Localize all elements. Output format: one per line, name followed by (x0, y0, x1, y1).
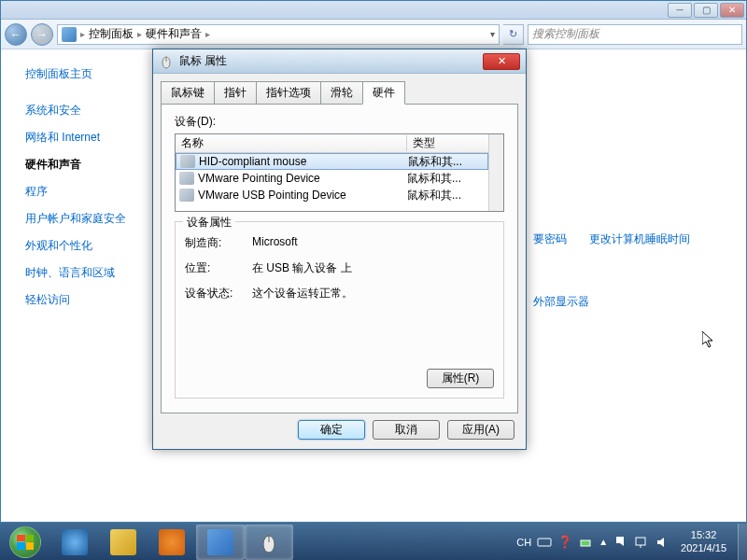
taskbar: CH ❓ ▲ 15:32 2021/4/15 (0, 523, 747, 560)
task-explorer[interactable] (99, 525, 148, 560)
props-group-title: 设备属性 (183, 215, 235, 231)
address-bar[interactable]: ▸ 控制面板 ▸ 硬件和声音 ▸ ▾ (57, 24, 500, 45)
mfr-value: Microsoft (252, 235, 298, 251)
sidebar-item-hardware[interactable]: 硬件和声音 (25, 151, 146, 178)
system-tray: CH ❓ ▲ 15:32 2021/4/15 (516, 529, 738, 553)
loc-value: 在 USB 输入设备 上 (252, 260, 352, 276)
breadcrumb-sep-icon: ▸ (205, 29, 210, 39)
device-list[interactable]: 名称 类型 HID-compliant mouse 鼠标和其... VMware… (175, 133, 504, 212)
device-icon (180, 155, 195, 168)
tab-hardware[interactable]: 硬件 (362, 81, 405, 105)
devices-label: 设备(D): (175, 114, 504, 130)
window-titlebar[interactable]: ─ ▢ ✕ (1, 1, 746, 20)
nav-forward-button[interactable]: → (31, 23, 53, 46)
task-control-panel[interactable] (196, 525, 245, 560)
tray-safely-remove-icon[interactable] (578, 535, 593, 550)
start-button[interactable] (0, 524, 50, 561)
list-row[interactable]: HID-compliant mouse 鼠标和其... (176, 153, 488, 170)
tray-help-icon[interactable]: ❓ (557, 535, 572, 549)
tray-chevron-icon[interactable]: ▲ (599, 537, 608, 547)
clock-date: 2021/4/15 (681, 542, 726, 554)
list-row[interactable]: VMware Pointing Device 鼠标和其... (176, 170, 488, 187)
link-sleep[interactable]: 更改计算机睡眠时间 (589, 231, 690, 247)
search-placeholder: 搜索控制面板 (532, 26, 599, 42)
close-button[interactable]: ✕ (720, 3, 744, 18)
mouse-properties-dialog: 鼠标 属性 ✕ 鼠标键 指针 指针选项 滑轮 硬件 设备(D): 名称 类型 (152, 49, 527, 450)
sidebar-home[interactable]: 控制面板主页 (25, 61, 146, 88)
clock-time: 15:32 (681, 529, 726, 541)
tab-panel-hardware: 设备(D): 名称 类型 HID-compliant mouse 鼠标和其... (161, 104, 518, 413)
dialog-titlebar[interactable]: 鼠标 属性 ✕ (153, 49, 526, 74)
tray-volume-icon[interactable] (655, 535, 669, 550)
device-icon (179, 172, 194, 185)
sidebar-item-programs[interactable]: 程序 (25, 178, 146, 205)
breadcrumb-sep-icon: ▸ (137, 29, 142, 39)
sidebar-item-ease[interactable]: 轻松访问 (25, 287, 146, 314)
properties-button[interactable]: 属性(R) (427, 369, 494, 388)
sidebar-item-accounts[interactable]: 用户帐户和家庭安全 (25, 205, 146, 232)
svg-rect-6 (538, 539, 551, 546)
breadcrumb-root[interactable]: 控制面板 (89, 26, 134, 42)
tray-keyboard-icon[interactable] (537, 535, 552, 550)
link-external-display[interactable]: 外部显示器 (533, 294, 589, 310)
tab-pointer-options[interactable]: 指针选项 (256, 81, 321, 105)
sidebar: 控制面板主页 系统和安全 网络和 Internet 硬件和声音 程序 用户帐户和… (1, 49, 146, 522)
mfr-label: 制造商: (185, 235, 252, 251)
minimize-button[interactable]: ─ (668, 3, 692, 18)
search-input[interactable]: 搜索控制面板 (528, 24, 742, 45)
scrollbar[interactable] (488, 134, 503, 211)
sidebar-item-network[interactable]: 网络和 Internet (25, 124, 146, 151)
svg-rect-8 (636, 538, 645, 545)
refresh-button[interactable]: ↻ (503, 24, 524, 45)
list-header: 名称 类型 (176, 134, 488, 153)
link-password[interactable]: 要密码 (533, 231, 567, 247)
tray-network-icon[interactable] (634, 535, 649, 550)
col-name[interactable]: 名称 (176, 135, 407, 151)
dialog-close-button[interactable]: ✕ (483, 53, 520, 70)
list-row[interactable]: VMware USB Pointing Device 鼠标和其... (176, 187, 488, 203)
status-value: 这个设备运转正常。 (252, 286, 353, 301)
task-media-player[interactable] (148, 525, 196, 560)
sidebar-item-appearance[interactable]: 外观和个性化 (25, 232, 146, 259)
tab-wheel[interactable]: 滑轮 (320, 81, 363, 105)
status-label: 设备状态: (185, 286, 252, 301)
mouse-icon (159, 54, 174, 69)
dialog-title: 鼠标 属性 (179, 53, 483, 69)
device-icon (179, 189, 194, 202)
maximize-button[interactable]: ▢ (694, 3, 718, 18)
addr-dropdown-icon[interactable]: ▾ (490, 29, 495, 39)
loc-label: 位置: (185, 260, 252, 276)
breadcrumb-section[interactable]: 硬件和声音 (146, 26, 202, 42)
cancel-button[interactable]: 取消 (373, 420, 440, 440)
task-ie[interactable] (50, 525, 99, 560)
breadcrumb-sep-icon: ▸ (80, 29, 85, 39)
clock[interactable]: 15:32 2021/4/15 (675, 529, 732, 553)
task-mouse-dialog[interactable] (245, 525, 293, 560)
show-desktop-button[interactable] (738, 524, 747, 561)
apply-button[interactable]: 应用(A) (447, 420, 514, 440)
tab-pointers[interactable]: 指针 (214, 81, 257, 105)
col-type[interactable]: 类型 (407, 135, 488, 151)
svg-rect-7 (581, 540, 590, 546)
ok-button[interactable]: 确定 (298, 420, 365, 440)
sidebar-item-clock[interactable]: 时钟、语言和区域 (25, 259, 146, 287)
windows-logo-icon (17, 535, 34, 550)
tray-action-center-icon[interactable] (613, 535, 628, 550)
tab-buttons[interactable]: 鼠标键 (161, 81, 215, 105)
tab-strip: 鼠标键 指针 指针选项 滑轮 硬件 (161, 81, 518, 105)
sidebar-item-system[interactable]: 系统和安全 (25, 97, 146, 124)
explorer-toolbar: ← → ▸ 控制面板 ▸ 硬件和声音 ▸ ▾ ↻ 搜索控制面板 (1, 20, 746, 49)
device-properties-group: 设备属性 制造商: Microsoft 位置: 在 USB 输入设备 上 设备状… (175, 221, 504, 399)
ime-indicator[interactable]: CH (516, 537, 531, 548)
control-panel-icon (62, 27, 77, 42)
nav-back-button[interactable]: ← (5, 23, 27, 46)
